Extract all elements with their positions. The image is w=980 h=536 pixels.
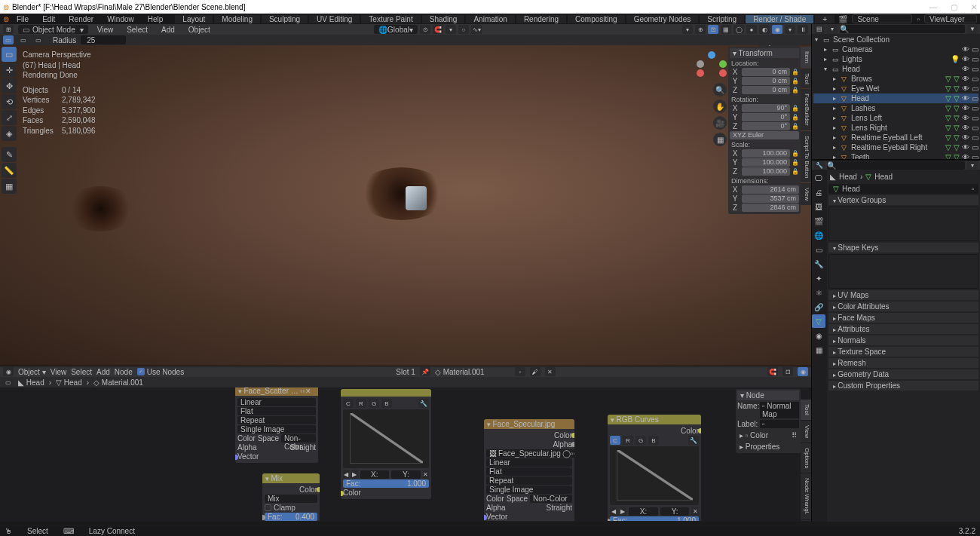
pan-icon[interactable]: ✋ — [713, 100, 727, 113]
shape-keys-list[interactable] — [828, 254, 978, 289]
ptab-texture[interactable]: ▦ — [812, 343, 825, 357]
psec-geodata[interactable]: Geometry Data — [828, 369, 978, 379]
node-tab[interactable]: Script To Button — [801, 520, 811, 521]
mix-fac-field[interactable]: Fac:0.400 — [265, 513, 317, 521]
outliner-search[interactable]: 🔍 — [840, 25, 965, 33]
psec-texspace[interactable]: Texture Space — [828, 347, 978, 357]
ptab-render[interactable]: 🖵 — [812, 171, 825, 185]
tool-move[interactable]: ✥ — [2, 78, 17, 93]
menu-render[interactable]: Render — [63, 15, 100, 23]
psec-attr[interactable]: Attributes — [828, 324, 978, 334]
use-nodes-checkbox[interactable]: ✓Use Nodes — [137, 368, 184, 376]
vis-icon[interactable]: ▾ — [682, 25, 693, 34]
shading-solid-icon[interactable]: ● — [746, 25, 757, 34]
tool-measure[interactable]: 📏 — [2, 163, 17, 178]
outliner-tree[interactable]: ▾▭Scene Collection▸▭Cameras👁▭▸▭Lights💡👁▭… — [812, 34, 980, 159]
tree-item[interactable]: ▸▽Lashes▽▽👁▭ — [813, 103, 978, 113]
pivot-icon[interactable]: ⊙ — [420, 25, 430, 34]
vp-menu-add[interactable]: Add — [157, 26, 179, 34]
node-tab[interactable]: View — [801, 421, 811, 443]
gizmo-toggle-icon[interactable]: ⊕ — [695, 25, 706, 34]
ptab-data[interactable]: ▽ — [812, 314, 825, 328]
tree-item[interactable]: ▾▭Head👁▭ — [813, 64, 978, 74]
node-curves-small[interactable]: CRGB🔧 ◀▶X: 0.4757Y: 0.2833✕ Fac:1.000 Co… — [341, 389, 431, 499]
node-tab[interactable]: Node Wrangl. — [801, 473, 811, 519]
editor-type-icon[interactable]: ⊞ — [3, 25, 14, 34]
slot-dropdown[interactable]: Slot 1 — [396, 368, 415, 376]
workspace-tab[interactable]: Rendering — [516, 15, 566, 23]
workspace-tab[interactable]: Texture Paint — [361, 15, 420, 23]
rotation-mode-dropdown[interactable]: XYZ Euler — [730, 131, 799, 139]
psec-remesh[interactable]: Remesh — [828, 358, 978, 368]
tool-rotate[interactable]: ⟲ — [2, 94, 17, 109]
orientation-dropdown[interactable]: 🌐 Global ▾ — [374, 25, 418, 34]
mat-new-icon[interactable]: ▫ — [515, 367, 525, 376]
vp-menu-object[interactable]: Object — [184, 26, 215, 34]
tool-add[interactable]: ▦ — [2, 179, 17, 194]
minimize-icon[interactable]: — — [929, 3, 937, 11]
workspace-tab[interactable]: Sculpting — [262, 15, 308, 23]
ptab-world[interactable]: 🌐 — [812, 228, 825, 242]
n-tab[interactable]: Tool — [801, 69, 811, 89]
tool-cursor[interactable]: ✛ — [2, 63, 17, 78]
tool-select-box[interactable]: ▭ — [2, 47, 17, 62]
tree-item[interactable]: ▸▭Cameras👁▭ — [813, 44, 978, 54]
viewlayer-field[interactable]: ViewLayer — [924, 14, 977, 23]
ptab-scene[interactable]: 🎬 — [812, 214, 825, 228]
maximize-icon[interactable]: ▢ — [951, 3, 957, 11]
psec-uv[interactable]: UV Maps — [828, 290, 978, 300]
menu-window[interactable]: Window — [101, 15, 140, 23]
ptab-viewlayer[interactable]: 🖼 — [812, 200, 825, 213]
tree-item[interactable]: ▸▽Realtime Eyeball Left▽▽👁▭ — [813, 133, 978, 142]
tree-item[interactable]: ▸▽Lens Left▽▽👁▭ — [813, 113, 978, 123]
node-face-specular[interactable]: ▾ Face_Specular.jpg Color Alpha 🖼Face_Sp… — [484, 419, 574, 521]
tree-item[interactable]: ▸▭Lights💡👁▭ — [813, 54, 978, 64]
psec-facemaps[interactable]: Face Maps — [828, 313, 978, 323]
tree-item[interactable]: ▸▽Lens Right▽▽👁▭ — [813, 123, 978, 133]
node-menu-view[interactable]: View — [51, 368, 67, 376]
vertex-groups-list[interactable] — [828, 207, 978, 241]
snap-node-icon[interactable]: 🧲 — [767, 367, 778, 376]
mat-broom-icon[interactable]: 🖌 — [530, 367, 541, 376]
psec-normals[interactable]: Normals — [828, 335, 978, 345]
workspace-tab[interactable]: Render / Shade — [746, 15, 813, 23]
shading-wire-icon[interactable]: ◯ — [733, 25, 744, 34]
backdrop-icon[interactable]: ◉ — [798, 367, 808, 376]
workspace-tab[interactable]: Animation — [466, 15, 514, 23]
ptab-output[interactable]: 🖨 — [812, 185, 825, 199]
curve-widget[interactable] — [343, 409, 429, 468]
psec-custom[interactable]: Custom Properties — [828, 381, 978, 391]
node-label-field[interactable]: ▫ — [760, 420, 799, 428]
ptab-modifier[interactable]: 🔧 — [812, 257, 825, 271]
props-type-icon[interactable]: 🔧 — [814, 161, 825, 170]
shading-dd-icon[interactable]: ▾ — [785, 25, 795, 34]
n-tab[interactable]: Script To Button — [801, 131, 811, 182]
nav-gizmo[interactable] — [695, 51, 728, 78]
select-mode-1-icon[interactable]: ▭ — [3, 35, 14, 44]
node-toolbar-icon[interactable]: ▭ — [3, 378, 14, 387]
ptab-material[interactable]: ◉ — [812, 329, 825, 342]
node-tab[interactable]: Options — [801, 443, 811, 473]
workspace-tab[interactable]: Compositing — [568, 15, 625, 23]
tool-annotate[interactable]: ✎ — [2, 147, 17, 162]
tree-item[interactable]: ▸▽Teeth▽▽👁▭ — [813, 152, 978, 159]
snap-icon[interactable]: 🧲 — [433, 25, 443, 34]
workspace-tab[interactable]: Scripting — [700, 15, 744, 23]
menu-help[interactable]: Help — [142, 15, 170, 23]
vp-menu-select[interactable]: Select — [122, 26, 152, 34]
camera-view-icon[interactable]: 🎥 — [713, 116, 727, 130]
mode-dropdown[interactable]: ▭Object Mode▾ — [18, 25, 88, 34]
menu-edit[interactable]: Edit — [36, 15, 61, 23]
workspace-tab[interactable]: + — [815, 15, 835, 23]
ptab-object[interactable]: ▭ — [812, 243, 825, 256]
vp-menu-view[interactable]: View — [93, 26, 118, 34]
proportional-icon[interactable]: ○ — [458, 25, 469, 34]
scene-field[interactable]: Scene — [852, 14, 912, 23]
psec-colattr[interactable]: Color Attributes — [828, 302, 978, 311]
material-field[interactable]: ◇ Material.001 — [435, 368, 510, 376]
workspace-tab[interactable]: Modeling — [214, 15, 260, 23]
node-canvas[interactable]: ▾ Face_Scatter … ▫▫✕ Linear Flat Repeat … — [0, 387, 811, 521]
workspace-tab[interactable]: Shading — [422, 15, 465, 23]
psec-shape-keys[interactable]: Shape Keys — [828, 243, 978, 253]
node-face-scatter[interactable]: ▾ Face_Scatter … ▫▫✕ Linear Flat Repeat … — [235, 387, 318, 463]
